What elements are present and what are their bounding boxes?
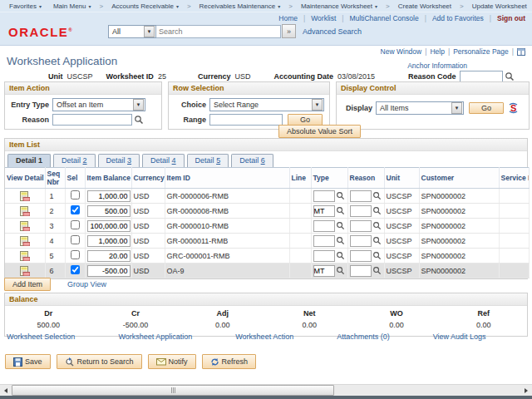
footer-link[interactable]: Worksheet Action: [235, 332, 293, 341]
nav-link[interactable]: Add to Favorites: [432, 14, 484, 22]
row-select-checkbox[interactable]: [71, 220, 80, 229]
view-detail-icon[interactable]: [20, 266, 30, 276]
reason-lookup-icon[interactable]: [372, 206, 382, 215]
breadcrumb-item[interactable]: Update Worksheet: [466, 2, 532, 10]
view-detail-icon[interactable]: [20, 191, 30, 201]
scrollbar-thumb[interactable]: [12, 385, 334, 396]
new-window-grid-icon[interactable]: [517, 48, 525, 56]
sign-out-link[interactable]: Sign out: [497, 14, 525, 22]
search-go-button[interactable]: »: [282, 24, 296, 38]
chevron-down-icon: ▼: [144, 26, 155, 37]
reason-input[interactable]: [350, 220, 372, 232]
pagebar-link[interactable]: New Window: [381, 47, 422, 56]
footer-link[interactable]: Worksheet Selection: [7, 332, 75, 341]
type-lookup-icon[interactable]: [336, 266, 345, 275]
item-balance-input[interactable]: [87, 265, 131, 277]
advanced-search-link[interactable]: Advanced Search: [303, 27, 362, 36]
unit-cell: USCSP: [384, 249, 419, 264]
tab-detail-3[interactable]: Detail 3: [98, 154, 140, 167]
tab-detail-2[interactable]: Detail 2: [53, 154, 96, 167]
entry-type-select[interactable]: Offset an Item ▼: [52, 98, 145, 111]
item-action-reason-input[interactable]: [52, 114, 132, 126]
nav-link[interactable]: Home: [278, 14, 298, 22]
search-input[interactable]: [156, 25, 281, 38]
return-to-search-button[interactable]: Return to Search: [57, 354, 142, 369]
range-go-button[interactable]: Go: [288, 114, 323, 126]
type-lookup-icon[interactable]: [336, 236, 345, 245]
type-input[interactable]: [313, 265, 335, 277]
reason-input[interactable]: [350, 205, 372, 217]
view-detail-icon[interactable]: [20, 206, 30, 216]
nav-link[interactable]: MultiChannel Console: [350, 14, 419, 22]
type-input[interactable]: [313, 205, 335, 217]
footer-link[interactable]: Attachments (0): [337, 332, 390, 341]
display-select[interactable]: All Items ▼: [376, 101, 464, 115]
tab-detail-5[interactable]: Detail 5: [187, 154, 229, 167]
search-scope-select[interactable]: All ▼: [108, 25, 156, 38]
currency-rate-icon[interactable]: S: [508, 102, 519, 114]
view-detail-icon[interactable]: [20, 251, 30, 261]
nav-link[interactable]: Worklist: [311, 14, 336, 22]
pagebar-link[interactable]: Help: [430, 47, 444, 56]
row-select-checkbox[interactable]: [71, 265, 80, 274]
anchor-information-link[interactable]: Anchor Information: [407, 62, 467, 70]
view-detail-icon[interactable]: [20, 221, 30, 231]
type-lookup-icon[interactable]: [336, 251, 345, 260]
reason-code-lookup-icon[interactable]: [505, 71, 515, 81]
group-view-link[interactable]: Group View: [67, 280, 106, 288]
balance-column-label: WO: [353, 309, 441, 318]
reason-input[interactable]: [350, 235, 372, 247]
footer-link[interactable]: Worksheet Application: [118, 332, 192, 341]
row-select-checkbox[interactable]: [71, 205, 80, 214]
item-balance-input[interactable]: [87, 235, 131, 247]
footer-link[interactable]: View Audit Logs: [433, 332, 486, 341]
item-balance-input[interactable]: [87, 190, 131, 202]
reason-input[interactable]: [350, 265, 372, 277]
breadcrumb-item[interactable]: Create Worksheet: [392, 2, 457, 10]
add-item-button[interactable]: Add Item: [4, 278, 51, 291]
horizontal-scrollbar[interactable]: [0, 384, 532, 396]
display-go-button[interactable]: Go: [469, 102, 504, 114]
type-input[interactable]: [313, 250, 335, 262]
reason-lookup-icon[interactable]: [372, 266, 382, 275]
reason-lookup-icon[interactable]: [372, 191, 382, 200]
reason-input[interactable]: [350, 250, 372, 262]
breadcrumb-item[interactable]: Accounts Receivable▾: [106, 2, 185, 10]
reason-lookup-icon[interactable]: [372, 251, 382, 260]
type-lookup-icon[interactable]: [336, 206, 345, 215]
reason-code-input[interactable]: [460, 71, 503, 82]
scroll-right-arrow[interactable]: [521, 386, 531, 396]
row-select-checkbox[interactable]: [71, 250, 80, 259]
breadcrumb-item[interactable]: Maintenance Worksheet▾: [295, 2, 383, 10]
item-action-reason-lookup-icon[interactable]: [134, 115, 144, 125]
tab-detail-1[interactable]: Detail 1: [7, 154, 51, 167]
absolute-value-sort-button[interactable]: Absolute Value Sort: [278, 125, 361, 138]
item-balance-input[interactable]: [87, 250, 131, 262]
reason-lookup-icon[interactable]: [372, 221, 382, 230]
pagebar-link[interactable]: Personalize Page: [453, 47, 509, 56]
row-selection-title: Row Selection: [169, 82, 329, 95]
range-input[interactable]: [209, 114, 283, 126]
breadcrumb-item[interactable]: Main Menu▾: [47, 2, 97, 10]
refresh-button[interactable]: Refresh: [202, 354, 257, 369]
type-input[interactable]: [313, 235, 335, 247]
choice-select[interactable]: Select Range ▼: [209, 98, 324, 111]
row-select-checkbox[interactable]: [71, 235, 80, 244]
notify-button[interactable]: Notify: [148, 354, 196, 369]
view-detail-icon[interactable]: [20, 236, 30, 246]
breadcrumb-item[interactable]: Favorites▾: [3, 2, 47, 10]
scroll-left-arrow[interactable]: [1, 386, 11, 396]
breadcrumb-item[interactable]: Receivables Maintenance▾: [194, 2, 287, 10]
type-input[interactable]: [313, 220, 335, 232]
type-input[interactable]: [313, 190, 335, 202]
type-lookup-icon[interactable]: [336, 191, 345, 200]
item-balance-input[interactable]: [87, 220, 131, 232]
save-button[interactable]: Save: [5, 354, 51, 369]
row-select-checkbox[interactable]: [71, 190, 80, 200]
tab-detail-6[interactable]: Detail 6: [231, 154, 273, 167]
tab-detail-4[interactable]: Detail 4: [142, 154, 185, 167]
reason-input[interactable]: [350, 190, 372, 202]
item-balance-input[interactable]: [87, 205, 131, 217]
type-lookup-icon[interactable]: [336, 221, 345, 230]
reason-lookup-icon[interactable]: [372, 236, 382, 245]
